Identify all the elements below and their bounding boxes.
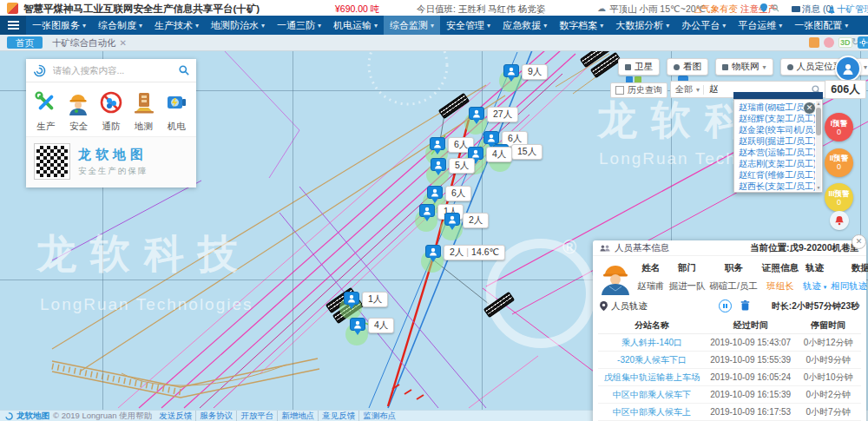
tab-home[interactable]: 首页 (7, 36, 43, 49)
person-pin-icon[interactable] (430, 137, 445, 150)
tab-close-icon[interactable]: ✕ (120, 38, 127, 48)
scrollbar[interactable]: ▲ ▼ (816, 101, 821, 191)
nav-item-5[interactable]: 机电运输▾ (327, 16, 384, 35)
person-pin-icon[interactable] (444, 213, 460, 226)
threed-toggle[interactable]: 3D (838, 37, 852, 48)
marker-count-label: 1人 (362, 292, 388, 307)
person-list-item[interactable]: 赵志刚(支架工/员工) (739, 158, 815, 169)
person-list-item[interactable]: 赵本营(运输工/员工) (739, 147, 815, 158)
pause-playback-button[interactable] (719, 299, 732, 312)
production-icon (33, 89, 59, 118)
person-pin-icon[interactable] (425, 245, 441, 258)
footer-link[interactable]: 意见反馈 (318, 411, 358, 421)
toolbar-button-label: 看图 (683, 61, 701, 73)
footer-brand: 龙软地图 (16, 411, 49, 421)
search-icon[interactable] (179, 65, 189, 76)
toolbar-button-0[interactable]: 卫星 (618, 58, 660, 76)
station-link[interactable]: 乘人斜井-140口 (598, 334, 706, 352)
table-cell: 2019-10-09 15:43:07 (706, 334, 795, 352)
scroll-up-icon[interactable]: ▲ (816, 101, 821, 107)
person-list-item[interactable]: 赵绍辉(支架工/员工) (739, 113, 815, 124)
nav-item-9[interactable]: 数字档案▾ (553, 16, 609, 35)
toolbar-button-2[interactable]: 物联网▾ (715, 58, 773, 76)
person-pin-icon[interactable] (431, 158, 446, 171)
nav-item-label: 生产技术 (155, 19, 193, 32)
station-link[interactable]: 中区中部乘人候车上 (598, 404, 706, 421)
history-query-toggle[interactable]: 历史查询 (610, 82, 667, 98)
nav-item-12[interactable]: 平台运维▾ (732, 16, 788, 35)
station-link[interactable]: -320乘人候车下口 (598, 352, 706, 369)
nav-item-13[interactable]: 一张图配置▾ (788, 16, 854, 35)
tab-current[interactable]: 十矿综合自动化✕ (52, 36, 127, 49)
user-avatar-button[interactable] (835, 56, 861, 82)
marker-count: 2人 (469, 214, 483, 225)
category-生产[interactable]: 生产 (30, 89, 62, 133)
dropdown-selected-strip[interactable] (733, 92, 823, 99)
person-pin-icon[interactable] (469, 107, 484, 120)
tab-strip: 首页 十矿综合自动化✕ 3D ↻ (0, 35, 868, 51)
brand-slogan: 安全生产的保障 (78, 166, 148, 177)
alert-badge-2[interactable]: II预警0 (825, 148, 853, 177)
station-link[interactable]: 戊组集中轨运输巷上车场 (598, 369, 706, 386)
category-label: 安全 (69, 121, 88, 133)
person-pin-icon[interactable] (350, 318, 365, 331)
longruan-logo-icon (33, 64, 46, 77)
chevron-down-icon: ▾ (431, 22, 434, 30)
nav-item-2[interactable]: 生产技术▾ (148, 16, 205, 35)
footer-link[interactable]: 开放平台 (236, 411, 277, 421)
nav-item-0[interactable]: 一张图服务▾ (26, 16, 92, 35)
person-list-item[interactable]: 赵金梁(绞车司机/员工) (739, 124, 815, 135)
category-地测[interactable]: 地测 (128, 89, 161, 133)
person-pin-icon[interactable] (427, 186, 443, 199)
person-list-item[interactable]: 赵红背(维修工/员工) (739, 169, 815, 181)
brand-name: 龙软地图 (78, 147, 148, 163)
nav-item-4[interactable]: 一通三防▾ (271, 16, 327, 35)
marker-toggle-icon[interactable] (824, 37, 834, 48)
search-input[interactable] (51, 64, 174, 76)
dropdown-close-icon[interactable]: ✕ (803, 102, 816, 115)
settings-gear-icon[interactable] (858, 36, 868, 49)
person-pin-icon[interactable] (419, 204, 435, 217)
category-安全[interactable]: 安全 (62, 89, 95, 133)
footer-link[interactable]: 新增地点 (277, 411, 318, 421)
toolbar-button-1[interactable]: 看图 (667, 58, 708, 76)
track-dropdown[interactable]: 轨迹 ▾ (803, 280, 826, 293)
same-track-link[interactable]: 相同轨迹 (831, 280, 867, 293)
category-通防[interactable]: 通防 (95, 89, 128, 133)
legend-icon[interactable] (809, 37, 819, 48)
footer-link[interactable]: 发送反馈 (155, 411, 195, 421)
people-count-badge[interactable]: 606人 (825, 80, 866, 99)
scrollbar-thumb[interactable] (816, 108, 821, 135)
alert-badge-1[interactable]: I预警0 (825, 113, 853, 141)
nav-item-3[interactable]: 地测防治水▾ (205, 16, 271, 35)
filter-select[interactable]: 全部 (675, 83, 693, 95)
person-list-item[interactable]: 赵西长(支架工/员工) (739, 181, 815, 192)
delete-track-icon[interactable] (740, 300, 750, 312)
nav-item-1[interactable]: 综合制度▾ (92, 16, 148, 35)
panel-close-icon[interactable]: ✕ (852, 234, 866, 249)
person-pin-icon[interactable] (503, 64, 519, 77)
checkbox-icon[interactable] (615, 86, 624, 95)
alert-badge-3[interactable]: III预警0 (825, 183, 853, 212)
footer-link[interactable]: 监测布点 (358, 411, 399, 421)
person-list-item[interactable]: 赵跃明(掘进工/员工) (739, 135, 815, 147)
category-机电[interactable]: 机电 (160, 89, 193, 133)
category-buttons: 生产安全通防地测机电 (26, 82, 196, 136)
person-pin-icon[interactable] (483, 131, 499, 144)
menu-hamburger-icon[interactable] (0, 16, 26, 35)
nav-item-11[interactable]: 办公平台▾ (675, 16, 732, 35)
nav-item-6[interactable]: 综合监测▾ (384, 16, 440, 35)
user-menu[interactable]: 十矿管理员 ▾ (828, 3, 868, 16)
alarm-bell-icon[interactable] (830, 211, 849, 230)
marker-temperature: 14.6℃ (471, 247, 499, 257)
footer-link[interactable]: 服务协议 (195, 411, 236, 421)
person-pin-icon[interactable] (344, 292, 359, 305)
location-pin-icon[interactable] (760, 3, 781, 13)
title-bar: 智慧平煤神马工业互联网安全生产信息共享平台(十矿) ¥690.00 吨 今日值班… (0, 0, 868, 16)
station-link[interactable]: 中区中部乘人候车下 (598, 386, 706, 404)
certificate-link[interactable]: 班组长 (766, 280, 794, 293)
nav-item-7[interactable]: 安全管理▾ (440, 16, 496, 35)
scroll-down-icon[interactable]: ▼ (816, 185, 821, 191)
nav-item-8[interactable]: 应急救援▾ (496, 16, 553, 35)
nav-item-10[interactable]: 大数据分析▾ (609, 16, 675, 35)
